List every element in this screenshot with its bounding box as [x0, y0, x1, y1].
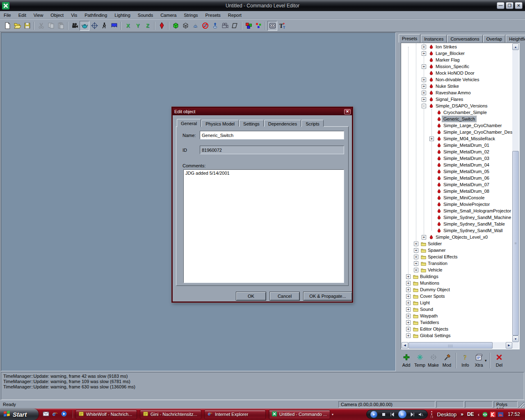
tree-row[interactable]: +Simple_M04_MissileRack — [402, 135, 512, 142]
taskbar-task-whitewolf-nachrich[interactable]: WhiteWolf - Nachrich... — [75, 410, 137, 419]
tree-item-label[interactable]: Large_Blocker — [434, 50, 466, 56]
pause-button[interactable] — [398, 410, 406, 418]
expand-icon[interactable]: + — [422, 235, 426, 240]
comments-textarea[interactable]: JDG added 5/14/2001 — [183, 169, 344, 283]
tree-row[interactable]: +Light — [402, 299, 512, 306]
tree-item-label[interactable]: Simple_MetalDrum_01 — [442, 142, 491, 148]
menu-presets[interactable]: Presets — [202, 12, 224, 18]
tree-row[interactable]: Simple_Sydney_SandM_Wall — [402, 227, 512, 234]
panel-splitter[interactable] — [396, 32, 397, 372]
tree-item-label[interactable]: Sound — [419, 306, 434, 312]
tree-item-label[interactable]: Simple_MetalDrum_07 — [442, 182, 491, 187]
expand-icon[interactable]: + — [422, 91, 426, 95]
xtra-button[interactable]: Xtra — [472, 351, 486, 370]
axis-y-icon[interactable]: Y — [133, 21, 143, 31]
tree-row[interactable]: +Spawner — [402, 247, 512, 253]
walk-icon[interactable] — [99, 21, 109, 31]
tree-row[interactable]: +Editor Objects — [402, 326, 512, 332]
tree-item-label[interactable]: Vehicle — [427, 267, 443, 273]
eye-up-icon[interactable] — [210, 21, 220, 31]
tree-item-label[interactable]: Cryochamber_Simple — [442, 110, 488, 115]
flag-icon[interactable] — [109, 21, 119, 31]
taskbar-task-internet-explorer[interactable]: eInternet Explorer — [204, 410, 266, 419]
menu-object[interactable]: Object — [47, 12, 67, 18]
scroll-down-icon[interactable]: ▼ — [512, 336, 519, 342]
wmp-logo-button[interactable] — [370, 411, 377, 418]
tree-row[interactable]: +Signal_Flares — [402, 96, 512, 103]
tree-item-label[interactable]: Non-drivable Vehicles — [434, 77, 480, 82]
menu-pathfinding[interactable]: Pathfinding — [81, 12, 111, 18]
expand-icon[interactable]: + — [406, 320, 411, 325]
expand-icon[interactable]: + — [429, 137, 434, 141]
eye-disabled-icon[interactable] — [200, 21, 210, 31]
tree-item-label[interactable]: Editor Objects — [419, 326, 450, 332]
menu-file[interactable]: File — [0, 12, 15, 18]
tree-row[interactable]: Simple_MetalDrum_03 — [402, 155, 512, 162]
toolbar-spinner[interactable]: ▲▼❐ — [430, 410, 433, 418]
polygon-icon[interactable] — [230, 21, 240, 31]
ok-button[interactable]: OK — [236, 292, 266, 301]
dialog-tab-physics-model[interactable]: Physics Model — [201, 120, 239, 127]
tree-item-label[interactable]: Global Settings — [419, 333, 452, 338]
tree-item-label[interactable]: Waypath — [419, 313, 439, 319]
dialog-titlebar[interactable]: Edit object ✕ — [173, 108, 352, 115]
tree-row[interactable]: Simple_Large_CryoChamber — [402, 122, 512, 129]
expand-icon[interactable]: + — [414, 242, 418, 246]
menu-vis[interactable]: Vis — [67, 12, 81, 18]
vertical-scrollbar-thumb[interactable]: ≡ — [512, 151, 519, 336]
expand-icon[interactable]: + — [406, 274, 411, 279]
tree-item-label[interactable]: Simple_MetalDrum_08 — [442, 188, 491, 194]
scroll-right-icon[interactable]: ▶ — [506, 342, 512, 349]
menu-camera[interactable]: Camera — [157, 12, 180, 18]
tree-row[interactable]: +Soldier — [402, 240, 512, 247]
tree-item-label[interactable]: Simple_Small_HologramProjector — [442, 208, 512, 214]
tree-item-label[interactable]: Buildings — [419, 274, 440, 279]
tree-row[interactable]: Cryochamber_Simple — [402, 109, 512, 116]
tree-row[interactable]: +Global Settings — [402, 332, 512, 339]
tree-row[interactable]: +Waypath — [402, 313, 512, 319]
tree-item-label[interactable]: Simple_Sydney_SandM_Table — [442, 221, 506, 227]
tree-item-label[interactable]: Simple_Large_CryoChamber — [442, 123, 503, 128]
tree-row[interactable]: Simple_Large_CryoChamber_Destr — [402, 129, 512, 135]
camera2-icon[interactable] — [220, 21, 230, 31]
tab-overlap[interactable]: Overlap — [483, 35, 506, 43]
expand-icon[interactable]: + — [406, 307, 411, 312]
taskbar-scroll-icon[interactable]: ▾ — [332, 413, 333, 416]
tree-item-label[interactable]: Munitions — [419, 280, 441, 286]
text-tool-icon[interactable]: T+T — [277, 21, 287, 31]
tree-item-label[interactable]: Simple_MetalDrum_02 — [442, 149, 491, 155]
tree-item-label[interactable]: Simple_MetalDrum_03 — [442, 155, 491, 161]
dialog-tab-dependencies[interactable]: Dependencies — [264, 120, 301, 127]
tree-row[interactable]: +Special Effects — [402, 253, 512, 260]
tree-row[interactable]: Simple_MetalDrum_05 — [402, 168, 512, 175]
eye-box-icon[interactable] — [267, 21, 277, 31]
tree-row[interactable]: Simple_MetalDrum_06 — [402, 175, 512, 181]
ie-icon[interactable]: e — [52, 411, 58, 418]
new-icon[interactable] — [2, 21, 12, 31]
expand-icon[interactable]: + — [422, 51, 426, 56]
tab-heightfield[interactable]: Heightfield — [506, 35, 525, 43]
tree-item-label[interactable]: Simple_MetalDrum_04 — [442, 162, 491, 168]
tree-row[interactable]: +Vehicle — [402, 267, 512, 273]
teapot-icon[interactable] — [80, 21, 89, 31]
tree-row[interactable]: Simple_MetalDrum_02 — [402, 148, 512, 155]
tab-presets[interactable]: Presets — [399, 34, 420, 43]
movie-camera-icon[interactable] — [70, 21, 80, 31]
tree-row[interactable]: +Transition — [402, 260, 512, 267]
tree-item-label[interactable]: Simple_Sydney_SandM_Machine — [442, 215, 512, 220]
tree-item-label[interactable]: Cover Spots — [419, 293, 446, 299]
tree-item-label[interactable]: Transition — [427, 260, 449, 266]
menu-lighting[interactable]: Lighting — [111, 12, 134, 18]
tree-item-label[interactable]: Mock HoNOD Door — [434, 70, 476, 76]
tree-item-label[interactable]: Simple_MetalDrum_05 — [442, 169, 491, 174]
tree-row[interactable]: +Munitions — [402, 280, 512, 286]
drop-icon[interactable] — [157, 21, 167, 31]
tree-item-label[interactable]: Simple_Large_CryoChamber_Destr — [442, 129, 512, 135]
open-icon[interactable] — [12, 21, 22, 31]
next-button[interactable] — [410, 412, 415, 417]
dialog-tab-scripts[interactable]: Scripts — [301, 120, 324, 127]
expand-icon[interactable]: + — [422, 45, 426, 49]
tree-item-label[interactable]: Generic_Switch — [442, 116, 476, 122]
tree-row[interactable]: Simple_MetalDrum_01 — [402, 142, 512, 148]
tree-row[interactable]: +Mission_Specific — [402, 63, 512, 70]
